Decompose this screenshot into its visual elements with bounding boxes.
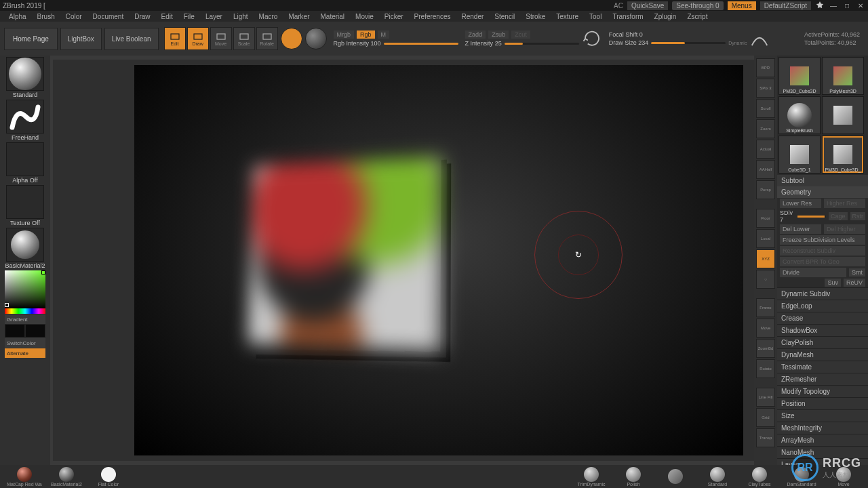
material-slot[interactable]: BasicMaterial2 [5, 228, 45, 269]
lowerres-button[interactable]: Lower Res [780, 199, 821, 208]
seethrough-slider[interactable]: See-through 0 [672, 1, 723, 10]
menu-stencil[interactable]: Stencil [490, 12, 519, 21]
accordion-claypolish[interactable]: ClayPolish [777, 336, 868, 348]
accordion-layers[interactable]: Layers [777, 458, 868, 465]
accordion-shadowbox[interactable]: ShadowBox [777, 324, 868, 336]
menu-stroke[interactable]: Stroke [521, 12, 550, 21]
brush-slot-4[interactable]: ClayTubes [741, 467, 778, 487]
accordion-tessimate[interactable]: Tessimate [777, 361, 868, 373]
accordion-meshintegrity[interactable]: MeshIntegrity [777, 422, 868, 434]
tool-thumb-5[interactable]: PM3D_Cube3D_ [822, 136, 864, 174]
liveboolean-button[interactable]: Live Boolean [104, 28, 159, 50]
suv-button[interactable]: Suv [825, 279, 841, 287]
brush-slot-1[interactable]: Polish [614, 467, 652, 487]
right-xyz-button[interactable]: XYZ [756, 249, 775, 268]
rstr-button[interactable]: Rstr [850, 212, 866, 220]
defaultzscript-button[interactable]: DefaultZScript [760, 1, 811, 10]
menu-brush[interactable]: Brush [33, 12, 60, 21]
gradient-button[interactable]: Gradient [5, 314, 45, 324]
brush-slot[interactable]: Standard [5, 57, 45, 98]
rgb-toggle[interactable]: Rgb [357, 30, 375, 39]
material-slot-0[interactable]: MatCap Red Wa [5, 467, 43, 487]
divide-button[interactable]: Divide [780, 268, 846, 277]
stroke-slot[interactable]: FreeHand [5, 100, 45, 141]
mrgb-toggle[interactable]: Mrgb [334, 30, 355, 39]
menu-color[interactable]: Color [61, 12, 87, 21]
menu-marker[interactable]: Marker [283, 12, 314, 21]
menu-macro[interactable]: Macro [254, 12, 283, 21]
right-spix3-button[interactable]: SPix 3 [756, 79, 775, 98]
accordion-nanomesh[interactable]: NanoMesh [777, 446, 868, 458]
viewport[interactable]: ↻ [53, 60, 754, 461]
right-scroll-button[interactable]: Scroll [756, 99, 775, 118]
rgb-intensity-slider[interactable] [384, 43, 458, 45]
tool-thumb-1[interactable]: PolyMesh3D [822, 57, 864, 95]
lightbox-button[interactable]: LightBox [60, 28, 102, 50]
accordion-crease[interactable]: Crease [777, 312, 868, 324]
sculptris-button[interactable] [305, 28, 327, 49]
menu-layer[interactable]: Layer [201, 12, 227, 21]
accordion-edgeloop[interactable]: EdgeLoop [777, 300, 868, 312]
tool-thumb-3[interactable] [822, 96, 864, 134]
texture-slot[interactable]: Texture Off [5, 185, 45, 226]
menu-draw[interactable]: Draw [130, 12, 155, 21]
right-rotate-button[interactable]: Rotate [756, 359, 775, 378]
zsub-toggle[interactable]: Zsub [488, 30, 509, 39]
gizmo-button[interactable] [281, 28, 302, 49]
edit-mode-button[interactable]: Edit [164, 27, 186, 50]
menu-movie[interactable]: Movie [351, 12, 378, 21]
menu-texture[interactable]: Texture [551, 12, 583, 21]
right-zoombd-button[interactable]: ZoomBd [756, 339, 775, 358]
move-mode-button[interactable]: Move [210, 27, 232, 50]
right-linefill-button[interactable]: Line Fill [756, 388, 775, 407]
subtool-header[interactable]: Subtool [777, 175, 868, 186]
dynamic-label[interactable]: Dynamic [728, 41, 747, 45]
accordion-position[interactable]: Position [777, 397, 868, 409]
brush-slot-2[interactable] [656, 469, 694, 484]
cage-button[interactable]: Cage [829, 212, 848, 220]
brush-slot-0[interactable]: TrimDynamic [572, 467, 610, 487]
right-bpr-button[interactable]: BPR [756, 58, 775, 77]
draw-mode-button[interactable]: Draw [187, 27, 209, 50]
menu-light[interactable]: Light [229, 12, 253, 21]
accordion-modifytopology[interactable]: Modify Topology [777, 385, 868, 397]
brush-slot-5[interactable]: DamStandard [783, 467, 821, 487]
tool-thumb-0[interactable]: PM3D_Cube3D [778, 57, 821, 95]
maximize-button[interactable]: □ [842, 1, 852, 9]
zcut-toggle[interactable]: Zcut [511, 30, 530, 39]
menu-render[interactable]: Render [457, 12, 489, 21]
right-local-button[interactable]: Local [756, 229, 775, 248]
dellower-button[interactable]: Del Lower [780, 224, 821, 234]
refresh-icon[interactable] [582, 28, 602, 49]
color-picker[interactable] [5, 270, 45, 314]
alpha-slot[interactable]: Alpha Off [5, 142, 45, 184]
accordion-dynamesh[interactable]: DynaMesh [777, 348, 868, 361]
right--button[interactable]: ○ [756, 270, 775, 289]
close-button[interactable]: ✕ [856, 1, 865, 9]
reconstruct-button[interactable]: Reconstruct Subdiv [780, 246, 865, 256]
menu-tool[interactable]: Tool [585, 12, 606, 21]
accordion-zremesher[interactable]: ZRemesher [777, 373, 868, 385]
higherres-button[interactable]: Higher Res [824, 199, 865, 208]
brush-slot-3[interactable]: Standard [698, 467, 736, 487]
menu-preferences[interactable]: Preferences [410, 12, 456, 21]
right-actual-button[interactable]: Actual [756, 140, 775, 159]
homepage-button[interactable]: Home Page [4, 28, 58, 50]
right-transp-button[interactable]: Transp [756, 428, 775, 447]
smt-button[interactable]: Smt [849, 268, 865, 277]
menu-alpha[interactable]: Alpha [4, 12, 31, 21]
rotate-mode-button[interactable]: Rotate [256, 27, 278, 50]
right-frame-button[interactable]: Frame [756, 298, 775, 317]
freeze-button[interactable]: Freeze SubDivision Levels [780, 235, 865, 245]
menu-document[interactable]: Document [88, 12, 129, 21]
right-grid-button[interactable]: Grid [756, 408, 775, 427]
menu-transform[interactable]: Transform [608, 12, 648, 21]
reuv-button[interactable]: ReUV [844, 279, 865, 287]
right-persp-button[interactable]: Persp [756, 180, 775, 199]
menu-file[interactable]: File [179, 12, 199, 21]
material-slot-2[interactable]: Flat Color [90, 467, 127, 487]
menu-zscript[interactable]: Zscript [682, 12, 712, 21]
accordion-arraymesh[interactable]: ArrayMesh [777, 434, 868, 446]
right-zoom-button[interactable]: Zoom [756, 119, 775, 138]
tool-thumb-2[interactable]: SimpleBrush [778, 96, 821, 134]
